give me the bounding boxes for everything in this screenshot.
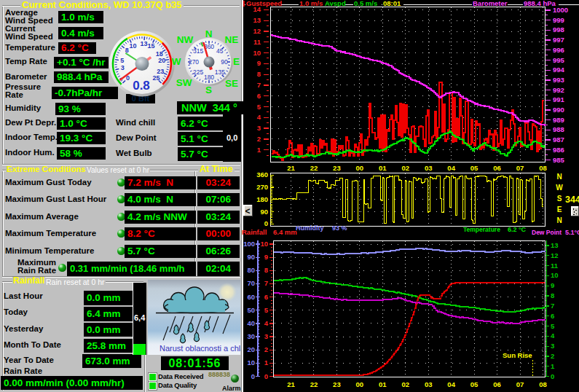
svg-text:10: 10: [260, 240, 268, 248]
svg-text:60: 60: [247, 293, 255, 301]
svg-text:W: W: [172, 56, 181, 67]
svg-text:995: 995: [553, 56, 565, 64]
svg-text:S: S: [557, 195, 562, 203]
svg-text:13: 13: [141, 40, 148, 47]
svg-text:270: 270: [189, 58, 199, 66]
svg-text:9: 9: [264, 253, 268, 261]
svg-text:11: 11: [551, 262, 559, 270]
svg-text:8: 8: [264, 266, 268, 274]
svg-text:360: 360: [256, 170, 268, 179]
svg-text:45: 45: [216, 47, 224, 55]
svg-text:985: 985: [553, 156, 565, 164]
svg-text:6.4 mm: 6.4 mm: [273, 228, 297, 236]
svg-text:NE: NE: [225, 34, 239, 45]
svg-text:90: 90: [221, 58, 228, 66]
svg-text:4: 4: [264, 319, 269, 327]
svg-text:5: 5: [551, 322, 555, 330]
svg-text:0.8: 0.8: [133, 79, 150, 93]
svg-text:100: 100: [243, 240, 255, 248]
svg-text:06: 06: [493, 380, 501, 388]
svg-text:988: 988: [553, 125, 564, 133]
svg-text:989: 989: [553, 116, 564, 124]
svg-text:6: 6: [264, 293, 268, 301]
svg-text:25: 25: [152, 74, 159, 82]
svg-text:Temperature: Temperature: [463, 226, 500, 233]
svg-text:02: 02: [401, 380, 409, 388]
svg-text:986: 986: [553, 146, 564, 154]
svg-text:20: 20: [247, 345, 255, 353]
svg-text:03: 03: [425, 164, 433, 172]
svg-text:06: 06: [493, 164, 501, 172]
svg-text:999: 999: [553, 16, 564, 24]
svg-text:07: 07: [516, 164, 524, 172]
svg-text:04: 04: [447, 164, 455, 172]
svg-text:1: 1: [551, 362, 555, 370]
svg-text:80: 80: [247, 266, 255, 274]
svg-text:E: E: [557, 205, 562, 213]
svg-text:70: 70: [247, 279, 255, 287]
svg-text:4: 4: [551, 332, 555, 340]
svg-text:0: 0: [264, 372, 268, 380]
svg-text:22: 22: [310, 380, 318, 388]
svg-text:NW: NW: [177, 34, 194, 45]
svg-text:6: 6: [257, 92, 261, 100]
svg-text:00: 00: [356, 164, 364, 172]
svg-text:08: 08: [539, 380, 547, 388]
svg-text:991: 991: [553, 95, 565, 103]
svg-text:992: 992: [553, 86, 564, 94]
svg-text:21: 21: [287, 380, 295, 388]
svg-text:315: 315: [193, 47, 203, 55]
svg-text:93 %: 93 %: [332, 224, 347, 232]
svg-text:997: 997: [553, 36, 564, 44]
svg-text:13: 13: [253, 16, 261, 24]
svg-text:03: 03: [425, 380, 433, 388]
svg-text:E: E: [233, 56, 240, 67]
svg-text:10: 10: [247, 358, 255, 366]
svg-text:0: 0: [251, 372, 255, 380]
svg-text:11: 11: [253, 38, 261, 46]
svg-text:N: N: [556, 216, 562, 224]
svg-text:2: 2: [257, 135, 261, 143]
svg-text:4: 4: [257, 113, 261, 121]
svg-text:5.1°C: 5.1°C: [565, 229, 579, 236]
svg-text:W: W: [556, 184, 563, 192]
svg-text:18: 18: [156, 50, 163, 58]
svg-text:14: 14: [253, 5, 261, 13]
svg-text:9: 9: [257, 59, 261, 67]
svg-text:00: 00: [356, 380, 364, 388]
svg-text:344: 344: [565, 195, 579, 205]
svg-text:180: 180: [204, 74, 214, 81]
svg-text:13: 13: [551, 241, 559, 249]
svg-text:Dew Point: Dew Point: [532, 229, 562, 236]
svg-text:2: 2: [264, 345, 268, 353]
svg-text:08: 08: [539, 164, 547, 172]
svg-text:<: <: [245, 206, 250, 216]
svg-text:N: N: [556, 173, 562, 181]
svg-text:9: 9: [551, 281, 554, 289]
svg-text:20: 20: [158, 57, 165, 64]
svg-text:07: 07: [516, 380, 524, 388]
svg-text:180: 180: [256, 195, 268, 203]
svg-text:22: 22: [310, 164, 318, 172]
svg-text:Sun Rise: Sun Rise: [503, 351, 532, 359]
svg-text:225: 225: [193, 68, 203, 76]
svg-text:90: 90: [260, 208, 268, 216]
svg-text:270: 270: [256, 183, 268, 191]
svg-text:S: S: [205, 85, 212, 95]
svg-text:50: 50: [247, 306, 255, 314]
svg-text:6.2 °C: 6.2 °C: [508, 226, 527, 233]
svg-text:3: 3: [257, 124, 261, 132]
svg-text:15: 15: [147, 42, 154, 50]
svg-text:40: 40: [247, 319, 255, 327]
svg-text:02: 02: [401, 164, 409, 172]
svg-text:990: 990: [553, 106, 564, 114]
svg-text:Narust oblacnosti a chla: Narust oblacnosti a chla: [159, 344, 245, 353]
svg-text:5: 5: [257, 103, 261, 111]
svg-text:10: 10: [551, 271, 559, 279]
svg-text:Humidity: Humidity: [296, 224, 324, 232]
svg-text:05: 05: [470, 380, 478, 388]
svg-text:0: 0: [551, 372, 554, 380]
svg-text:8: 8: [551, 291, 554, 299]
svg-text:10: 10: [130, 42, 137, 50]
svg-text:135: 135: [215, 68, 225, 76]
